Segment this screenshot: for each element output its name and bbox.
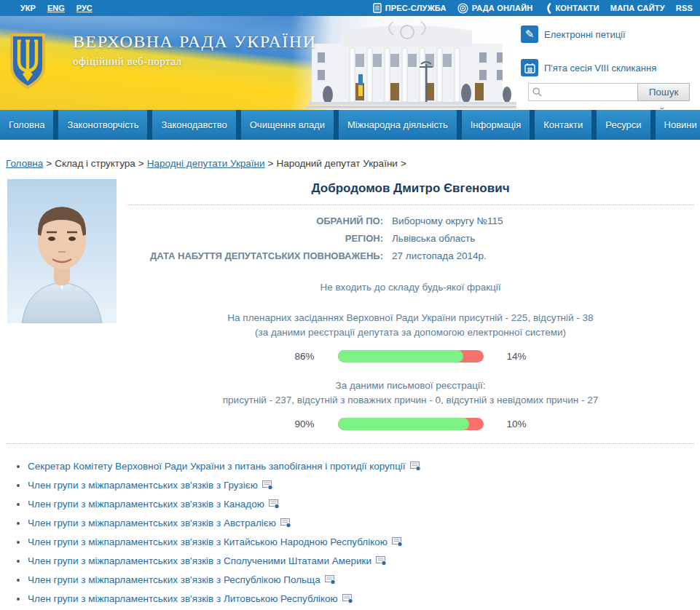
top-links: ПРЕС-СЛУЖБА РАДА ОНЛАЙН КОНТАКТИ МАПА СА… <box>373 3 693 14</box>
main-content: Добродомов Дмитро Євгенович ОБРАНИЙ ПО: … <box>0 179 700 610</box>
fraction-note: Не входить до складу будь-якої фракції <box>127 282 694 293</box>
details-doc-icon[interactable] <box>342 594 353 606</box>
attendance-bar <box>338 418 484 430</box>
details-doc-icon[interactable] <box>410 462 421 473</box>
contacts-link[interactable]: КОНТАКТИ <box>543 3 599 14</box>
list-item: Член групи з міжпарламентських зв'язків … <box>28 555 694 568</box>
phone-icon <box>543 3 551 14</box>
details-doc-icon[interactable] <box>376 556 387 568</box>
attendance-bar-fill <box>338 350 463 363</box>
parliament-building-image <box>291 16 519 110</box>
list-item: Член групи з міжпарламентських зв'язків … <box>28 518 694 530</box>
nav-item-holovna[interactable]: Головна <box>0 110 53 140</box>
field-value-region: Львівська область <box>392 233 475 244</box>
lang-ukr[interactable]: УКР <box>20 4 36 12</box>
nav-item-zakonotvorchist[interactable]: Законотворчість <box>58 110 147 140</box>
list-item: Член групи з міжпарламентських зв'язків … <box>28 480 694 492</box>
nav-item-kontakty[interactable]: Контакти <box>535 110 591 140</box>
list-item: Секретар Комітету Верховної Ради України… <box>28 461 694 473</box>
breadcrumb-deputies[interactable]: Народні депутати України <box>147 158 265 169</box>
deputy-photo <box>7 179 117 323</box>
plenary-stats-line1: На пленарних засіданнях Верховної Ради У… <box>127 312 694 323</box>
site-title: ВЕРХОВНА РАДА УКРАЇНИ <box>73 32 317 52</box>
top-bar: УКР ENG РУС ПРЕС-СЛУЖБА РАДА ОНЛАЙН КОНТ… <box>0 0 700 16</box>
details-doc-icon[interactable] <box>262 480 273 492</box>
press-service-link[interactable]: ПРЕС-СЛУЖБА <box>373 3 447 13</box>
field-value-elected: Виборчому округу №115 <box>392 215 503 226</box>
search-input[interactable] <box>528 83 637 101</box>
field-label-elected: ОБРАНИЙ ПО: <box>127 215 383 226</box>
list-item: Член групи з міжпарламентських зв'язків … <box>28 536 694 549</box>
document-icon <box>373 3 382 13</box>
plenary-stats-line2: (за даними реєстрації депутата за допомо… <box>127 327 694 338</box>
lang-eng[interactable]: ENG <box>47 4 65 12</box>
advanced-search-link[interactable]: розширений пошук <box>521 106 694 110</box>
field-label-mandate-date: ДАТА НАБУТТЯ ДЕПУТАТСЬКИХ ПОВНОВАЖЕНЬ: <box>127 250 383 261</box>
list-item: Член групи з міжпарламентських зв'язків … <box>28 499 694 511</box>
plenary-attendance-bar: 86% 14% <box>127 350 694 363</box>
nav-item-ochyshchennia[interactable]: Очищення влади <box>241 110 334 140</box>
list-item: Член групи з міжпарламентських зв'язків … <box>28 593 694 606</box>
details-doc-icon[interactable] <box>280 518 291 530</box>
details-doc-icon[interactable] <box>325 575 336 587</box>
details-doc-icon[interactable] <box>392 537 403 549</box>
breadcrumb: Головна>Склад і структура>Народні депута… <box>6 158 700 169</box>
coat-of-arms[interactable] <box>9 33 47 92</box>
session-link[interactable]: П'ята сесія VIII скликання <box>521 59 694 76</box>
nav-item-novyny[interactable]: Новини <box>656 110 700 140</box>
written-stats-title: За даними письмової реєстрації: <box>127 380 694 391</box>
broadcast-icon <box>457 3 468 14</box>
pencil-icon: ✎ <box>521 25 538 43</box>
absent-percent-label: 10% <box>507 419 533 429</box>
written-stats-line: присутній - 237, відсутній з поважних пр… <box>127 395 694 405</box>
attendance-bar-fill <box>338 418 469 430</box>
petitions-link[interactable]: ✎ Електронні петиції <box>521 25 694 43</box>
field-label-region: РЕГІОН: <box>127 233 383 244</box>
present-percent-label: 90% <box>288 419 315 429</box>
list-item: Член групи з міжпарламентських зв'язків … <box>28 574 694 587</box>
site-title-block: ВЕРХОВНА РАДА УКРАЇНИ офіційний веб-порт… <box>73 32 317 68</box>
breadcrumb-home[interactable]: Головна <box>6 158 43 169</box>
search-button[interactable]: Пошук <box>637 83 690 101</box>
present-percent-label: 86% <box>288 351 315 362</box>
header-right-panel: ✎ Електронні петиції П'ята сесія VIII ск… <box>516 16 700 110</box>
nav-item-informatsiia[interactable]: Інформація <box>462 110 530 140</box>
written-attendance-bar: 90% 10% <box>127 418 694 430</box>
lang-rus[interactable]: РУС <box>76 4 93 12</box>
details-doc-icon[interactable] <box>269 499 280 511</box>
deputy-name: Добродомов Дмитро Євгенович <box>127 179 694 205</box>
sitemap-link[interactable]: МАПА САЙТУ <box>610 4 665 12</box>
search-icon <box>532 87 542 97</box>
positions-list: Секретар Комітету Верховної Ради України… <box>6 448 694 606</box>
rada-online-link[interactable]: РАДА ОНЛАЙН <box>457 3 533 14</box>
attendance-bar <box>338 350 484 363</box>
divider <box>6 443 694 444</box>
site-header: ВЕРХОВНА РАДА УКРАЇНИ офіційний веб-порт… <box>0 16 700 110</box>
absent-percent-label: 14% <box>507 351 533 362</box>
language-switcher: УКР ENG РУС <box>20 4 93 12</box>
nav-item-resursy[interactable]: Ресурси <box>597 110 650 140</box>
calendar-icon <box>521 59 538 76</box>
deputy-fields: ОБРАНИЙ ПО: Виборчому округу №115 РЕГІОН… <box>127 215 694 261</box>
rss-link[interactable]: RSS <box>676 4 693 12</box>
nav-item-mizhnarodna[interactable]: Міжнародна діяльність <box>339 110 457 140</box>
site-subtitle: офіційний веб-портал <box>73 55 317 68</box>
search-bar: Пошук <box>528 83 694 101</box>
field-value-mandate-date: 27 листопада 2014р. <box>392 250 487 261</box>
nav-item-zakonodavstvo[interactable]: Законодавство <box>152 110 235 140</box>
main-navigation: Головна Законотворчість Законодавство Оч… <box>0 110 700 140</box>
